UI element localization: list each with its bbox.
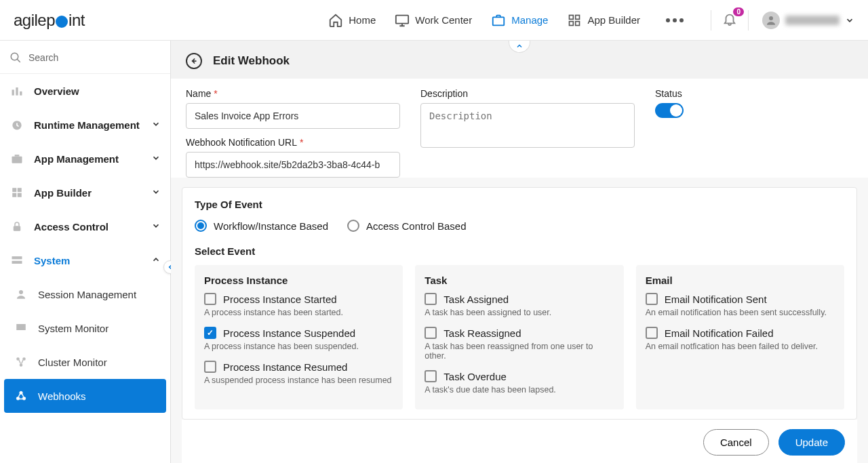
sidebar-item-runtime[interactable]: Runtime Management [0, 108, 170, 142]
cancel-button[interactable]: Cancel [703, 429, 769, 456]
nav-workcenter[interactable]: Work Center [395, 13, 472, 28]
svg-rect-17 [18, 193, 22, 197]
event-col-process-instance: Process Instance Process Instance Starte… [195, 265, 403, 409]
nav-manage[interactable]: Manage [491, 13, 548, 28]
checkbox-icon [425, 293, 437, 305]
chevron-up-icon [151, 255, 161, 266]
desc-input[interactable] [420, 103, 635, 148]
briefcase-icon [491, 13, 506, 28]
notification-badge: 0 [733, 7, 744, 16]
svg-rect-14 [12, 188, 16, 192]
checkbox-icon [425, 327, 437, 339]
svg-rect-16 [12, 193, 16, 197]
event-desc: A process instance has been started. [204, 308, 393, 317]
svg-rect-13 [15, 155, 20, 157]
grid-icon [9, 185, 24, 200]
event-desc: A process instance has been suspended. [204, 342, 393, 351]
checkbox-icon [204, 293, 216, 305]
sidebar-search[interactable]: Search [0, 45, 170, 74]
user-name [785, 16, 840, 25]
event-col-email: Email Email Notification Sent An email n… [636, 265, 844, 409]
svg-rect-5 [576, 21, 580, 25]
desc-label: Description [420, 88, 635, 99]
page-title: Edit Webhook [213, 54, 290, 68]
event-desc: A task has been reassigned from one user… [425, 342, 614, 361]
svg-rect-18 [14, 226, 21, 231]
checkbox-icon [646, 293, 658, 305]
notifications-button[interactable]: 0 [718, 12, 741, 28]
event-col-title: Process Instance [204, 275, 393, 286]
check-pi-resumed[interactable]: Process Instance Resumed [204, 361, 393, 373]
checkbox-icon [646, 327, 658, 339]
sidebar: Search Overview Runtime Management App M… [0, 41, 171, 463]
brand-logo: agilepint [14, 11, 85, 30]
chevron-down-icon [151, 221, 161, 233]
svg-rect-20 [12, 261, 22, 264]
svg-rect-8 [12, 89, 14, 95]
user-menu[interactable] [762, 12, 854, 29]
sidebar-item-overview[interactable]: Overview [0, 74, 170, 108]
lock-icon [9, 219, 24, 234]
arrow-left-icon [189, 56, 199, 66]
select-event-label: Select Event [195, 245, 844, 257]
status-toggle[interactable] [655, 103, 684, 118]
divider [748, 10, 749, 31]
search-icon [9, 52, 22, 64]
checkbox-icon [425, 370, 437, 382]
svg-point-6 [769, 16, 773, 20]
check-email-failed[interactable]: Email Notification Failed [646, 327, 835, 339]
radio-workflow[interactable]: Workflow/Instance Based [195, 220, 328, 232]
sidebar-item-system[interactable]: System [0, 243, 170, 277]
sidebar-item-appbuilder[interactable]: App Builder [0, 176, 170, 209]
check-pi-suspended[interactable]: Process Instance Suspended [204, 327, 393, 339]
svg-point-21 [19, 290, 23, 294]
checkbox-icon [204, 361, 216, 373]
back-button[interactable] [186, 53, 202, 69]
monitor-icon [14, 321, 28, 336]
nav-home[interactable]: Home [328, 13, 376, 28]
url-label: Webhook Notification URL* [186, 137, 400, 148]
check-email-sent[interactable]: Email Notification Sent [646, 293, 835, 305]
radio-access[interactable]: Access Control Based [347, 220, 467, 232]
sidebar-sub-sysmon[interactable]: System Monitor [0, 311, 170, 345]
sidebar-sub-session[interactable]: Session Management [0, 277, 170, 311]
checkbox-icon [204, 327, 216, 339]
nav-appbuilder[interactable]: App Builder [567, 13, 640, 28]
event-col-task: Task Task Assigned A task has been assig… [415, 265, 623, 409]
event-desc: An email notification has been sent succ… [646, 308, 835, 317]
status-label: Status [655, 88, 853, 99]
svg-rect-0 [396, 15, 408, 23]
user-icon [14, 287, 28, 302]
sidebar-item-access[interactable]: Access Control [0, 209, 170, 243]
name-input[interactable] [186, 103, 400, 129]
radio-icon [347, 220, 359, 232]
check-task-assigned[interactable]: Task Assigned [425, 293, 614, 305]
svg-rect-4 [570, 21, 574, 25]
webhook-icon [14, 388, 28, 403]
chevron-down-icon [845, 16, 854, 25]
nav-more[interactable] [659, 18, 690, 22]
event-desc: A task has been assigned to user. [425, 308, 614, 317]
svg-rect-9 [16, 87, 18, 96]
svg-rect-3 [576, 15, 580, 19]
chevron-down-icon [151, 119, 161, 131]
svg-rect-15 [18, 188, 22, 192]
cluster-icon [14, 355, 28, 369]
divider [711, 10, 711, 31]
update-button[interactable]: Update [778, 429, 845, 456]
search-placeholder: Search [28, 52, 58, 63]
sidebar-sub-webhooks[interactable]: Webhooks [4, 379, 166, 413]
svg-point-25 [20, 363, 23, 367]
svg-rect-19 [12, 256, 22, 259]
sidebar-sub-cluster[interactable]: Cluster Monitor [0, 345, 170, 379]
check-task-overdue[interactable]: Task Overdue [425, 370, 614, 382]
url-input[interactable] [186, 152, 400, 178]
sidebar-item-appmgmt[interactable]: App Management [0, 142, 170, 176]
apps-icon [567, 13, 582, 28]
briefcase-icon [9, 151, 24, 166]
check-pi-started[interactable]: Process Instance Started [204, 293, 393, 305]
brand-dot-icon [56, 16, 68, 28]
check-task-reassigned[interactable]: Task Reassigned [425, 327, 614, 339]
event-desc: A task's due date has been lapsed. [425, 385, 614, 395]
home-icon [328, 13, 343, 28]
